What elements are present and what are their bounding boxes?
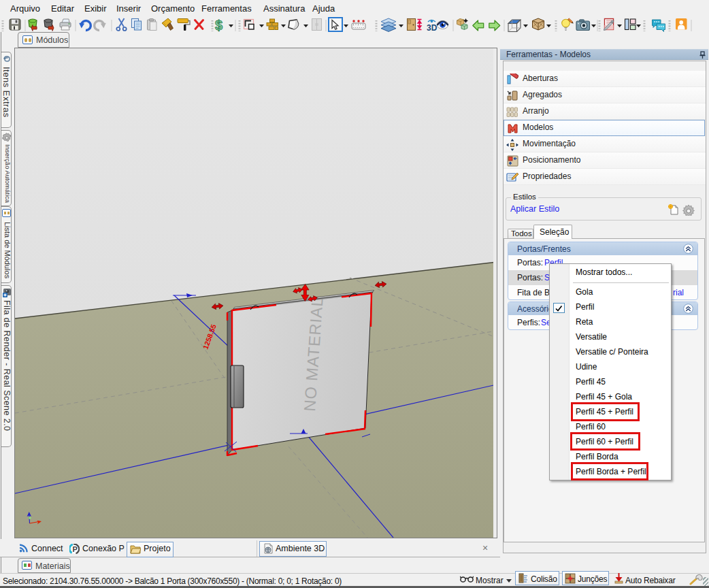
svg-text:$: $ <box>215 18 222 33</box>
svg-text:3D: 3D <box>427 23 438 33</box>
svg-text:P: P <box>73 545 78 553</box>
